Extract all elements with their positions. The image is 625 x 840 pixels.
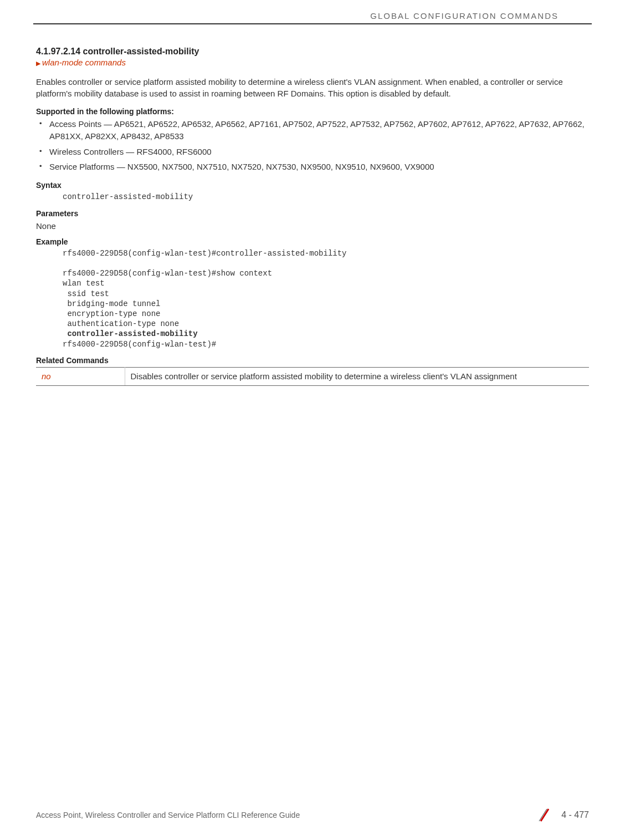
code-line: bridging-mode tunnel bbox=[63, 299, 160, 308]
list-item: Access Points — AP6521, AP6522, AP6532, … bbox=[49, 118, 589, 142]
breadcrumb-text: wlan-mode commands bbox=[42, 58, 126, 67]
syntax-code: controller-assisted-mobility bbox=[36, 192, 589, 202]
code-line: rfs4000-229D58(config-wlan-test)#show co… bbox=[63, 269, 272, 278]
code-line: rfs4000-229D58(config-wlan-test)# bbox=[63, 340, 216, 349]
platforms-list: Access Points — AP6521, AP6522, AP6532, … bbox=[36, 118, 589, 173]
page-header: GLOBAL CONFIGURATION COMMANDS bbox=[33, 0, 592, 24]
description-paragraph: Enables controller or service platform a… bbox=[36, 76, 589, 99]
list-item: Service Platforms — NX5500, NX7500, NX75… bbox=[49, 161, 589, 173]
parameters-heading: Parameters bbox=[36, 209, 589, 218]
code-line: ssid test bbox=[63, 289, 109, 298]
page-footer: Access Point, Wireless Controller and Se… bbox=[36, 807, 589, 823]
code-line-bold: controller-assisted-mobility bbox=[63, 329, 198, 338]
related-command-name[interactable]: no bbox=[36, 367, 125, 385]
example-heading: Example bbox=[36, 237, 589, 246]
syntax-heading: Syntax bbox=[36, 181, 589, 190]
header-category: GLOBAL CONFIGURATION COMMANDS bbox=[370, 11, 559, 21]
slash-icon bbox=[536, 807, 553, 823]
code-line: encryption-type none bbox=[63, 309, 160, 318]
section-title: 4.1.97.2.14 controller-assisted-mobility bbox=[36, 47, 589, 57]
section-name: controller-assisted-mobility bbox=[83, 47, 199, 56]
code-line: wlan test bbox=[63, 279, 105, 288]
svg-line-1 bbox=[539, 809, 547, 821]
footer-doc-title: Access Point, Wireless Controller and Se… bbox=[36, 811, 536, 819]
section-number: 4.1.97.2.14 bbox=[36, 47, 80, 56]
related-commands-table: no Disables controller or service platfo… bbox=[36, 367, 589, 386]
parameters-value: None bbox=[36, 221, 589, 231]
code-line: authentication-type none bbox=[63, 319, 179, 328]
related-heading: Related Commands bbox=[36, 356, 589, 365]
example-section: Example rfs4000-229D58(config-wlan-test)… bbox=[36, 237, 589, 349]
page-number: 4 - 477 bbox=[561, 810, 589, 820]
footer-right: 4 - 477 bbox=[536, 807, 589, 823]
example-code: rfs4000-229D58(config-wlan-test)#control… bbox=[36, 248, 589, 349]
code-line: rfs4000-229D58(config-wlan-test)#control… bbox=[63, 249, 346, 258]
syntax-section: Syntax controller-assisted-mobility bbox=[36, 181, 589, 202]
svg-line-0 bbox=[541, 809, 549, 821]
list-item: Wireless Controllers — RFS4000, RFS6000 bbox=[49, 146, 589, 158]
page-content: 4.1.97.2.14 controller-assisted-mobility… bbox=[0, 24, 625, 386]
arrow-right-icon: ▶ bbox=[36, 60, 40, 67]
parameters-section: Parameters None bbox=[36, 209, 589, 231]
related-command-description: Disables controller or service platform … bbox=[125, 367, 589, 385]
platforms-heading: Supported in the following platforms: bbox=[36, 107, 589, 116]
breadcrumb[interactable]: ▶wlan-mode commands bbox=[36, 58, 589, 67]
related-commands-section: Related Commands no Disables controller … bbox=[36, 356, 589, 386]
table-row: no Disables controller or service platfo… bbox=[36, 367, 589, 385]
platforms-section: Supported in the following platforms: Ac… bbox=[36, 107, 589, 173]
